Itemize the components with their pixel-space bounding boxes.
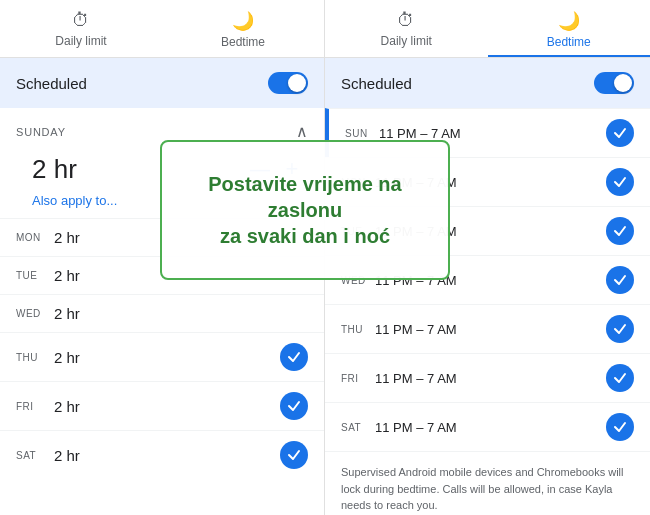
scheduled-row-right: Scheduled <box>325 58 650 108</box>
check-mon-right[interactable] <box>606 168 634 196</box>
tab-bedtime-right[interactable]: 🌙 Bedtime <box>488 0 651 57</box>
info-text: Supervised Android mobile devices and Ch… <box>325 451 650 515</box>
check-tue-right[interactable] <box>606 217 634 245</box>
day-value-fri: 2 hr <box>46 398 280 415</box>
daily-limit-icon-left: ⏱ <box>72 10 90 31</box>
left-tabs: ⏱ Daily limit 🌙 Bedtime <box>0 0 324 58</box>
right-tabs: ⏱ Daily limit 🌙 Bedtime <box>325 0 650 58</box>
day-label-sun-right: SUN <box>345 128 375 139</box>
day-label-tue: TUE <box>16 270 46 281</box>
check-thu[interactable] <box>280 343 308 371</box>
day-row-thu: THU 2 hr <box>0 332 324 381</box>
daily-limit-label-right: Daily limit <box>381 34 432 48</box>
day-value-sat-left: 2 hr <box>46 447 280 464</box>
time-range-sun: 11 PM – 7 AM <box>375 126 606 141</box>
bedtime-label-right: Bedtime <box>547 35 591 49</box>
check-fri-right[interactable] <box>606 364 634 392</box>
day-row-wed: WED 2 hr <box>0 294 324 332</box>
daily-limit-label-left: Daily limit <box>55 34 106 48</box>
day-label-mon: MON <box>16 232 46 243</box>
scheduled-toggle-left[interactable] <box>268 72 308 94</box>
day-label-wed: WED <box>16 308 46 319</box>
time-range-fri: 11 PM – 7 AM <box>371 371 606 386</box>
bedtime-icon-right: 🌙 <box>558 10 580 32</box>
day-row-thu-right: THU 11 PM – 7 AM <box>325 304 650 353</box>
chevron-up-icon[interactable]: ∧ <box>296 122 308 141</box>
bedtime-icon-left: 🌙 <box>232 10 254 32</box>
day-row-sat-right: SAT 11 PM – 7 AM <box>325 402 650 451</box>
check-sat-right[interactable] <box>606 413 634 441</box>
bedtime-label-left: Bedtime <box>221 35 265 49</box>
day-value-wed: 2 hr <box>46 305 308 322</box>
overlay-tooltip: Postavite vrijeme na zaslonuza svaki dan… <box>160 140 450 280</box>
check-thu-right[interactable] <box>606 315 634 343</box>
day-label-fri-right: FRI <box>341 373 371 384</box>
scheduled-label-left: Scheduled <box>16 75 87 92</box>
tab-daily-limit-right[interactable]: ⏱ Daily limit <box>325 0 488 57</box>
day-row-fri-right: FRI 11 PM – 7 AM <box>325 353 650 402</box>
check-sun-right[interactable] <box>606 119 634 147</box>
day-label-sat-right: SAT <box>341 422 371 433</box>
check-sat-left[interactable] <box>280 441 308 469</box>
day-label-sat-left: SAT <box>16 450 46 461</box>
day-label-fri: FRI <box>16 401 46 412</box>
check-fri[interactable] <box>280 392 308 420</box>
daily-limit-icon-right: ⏱ <box>397 10 415 31</box>
day-label-thu-right: THU <box>341 324 371 335</box>
day-value-thu: 2 hr <box>46 349 280 366</box>
time-range-thu: 11 PM – 7 AM <box>371 322 606 337</box>
tab-bedtime-left[interactable]: 🌙 Bedtime <box>162 0 324 57</box>
check-wed-right[interactable] <box>606 266 634 294</box>
scheduled-label-right: Scheduled <box>341 75 412 92</box>
day-label-thu: THU <box>16 352 46 363</box>
time-range-sat: 11 PM – 7 AM <box>371 420 606 435</box>
sunday-title: SUNDAY <box>16 126 66 138</box>
day-row-fri: FRI 2 hr <box>0 381 324 430</box>
scheduled-toggle-right[interactable] <box>594 72 634 94</box>
scheduled-row-left: Scheduled <box>0 58 324 108</box>
tab-daily-limit-left[interactable]: ⏱ Daily limit <box>0 0 162 57</box>
overlay-text: Postavite vrijeme na zaslonuza svaki dan… <box>178 171 432 249</box>
day-row-sat-left: SAT 2 hr <box>0 430 324 479</box>
